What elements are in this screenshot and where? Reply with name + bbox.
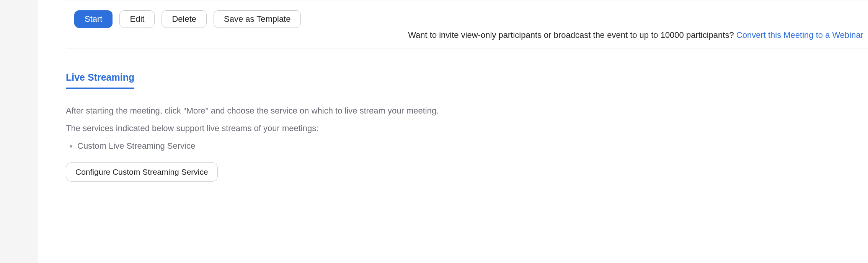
webinar-prompt: Want to invite view-only participants or…	[66, 28, 868, 45]
configure-custom-streaming-button[interactable]: Configure Custom Streaming Service	[66, 162, 218, 182]
save-as-template-button[interactable]: Save as Template	[214, 10, 301, 28]
section-divider	[66, 49, 868, 49]
action-section: Start Edit Delete Save as Template Want …	[66, 0, 868, 49]
convert-to-webinar-link[interactable]: Convert this Meeting to a Webinar	[736, 30, 863, 40]
webinar-prompt-text: Want to invite view-only participants or…	[408, 30, 736, 40]
content-area: Start Edit Delete Save as Template Want …	[38, 0, 868, 182]
list-item: Custom Live Streaming Service	[77, 141, 868, 151]
tab-live-streaming[interactable]: Live Streaming	[66, 72, 134, 89]
live-stream-services-intro: The services indicated below support liv…	[66, 123, 868, 133]
left-sidebar	[0, 0, 38, 263]
start-button[interactable]: Start	[74, 10, 113, 28]
delete-button[interactable]: Delete	[162, 10, 207, 28]
action-row: Start Edit Delete Save as Template	[66, 8, 868, 28]
live-stream-instruction: After starting the meeting, click "More"…	[66, 106, 868, 116]
live-streaming-content: After starting the meeting, click "More"…	[66, 106, 868, 182]
edit-button[interactable]: Edit	[119, 10, 155, 28]
live-stream-services-list: Custom Live Streaming Service	[77, 141, 868, 151]
tab-row: Live Streaming	[66, 72, 868, 89]
